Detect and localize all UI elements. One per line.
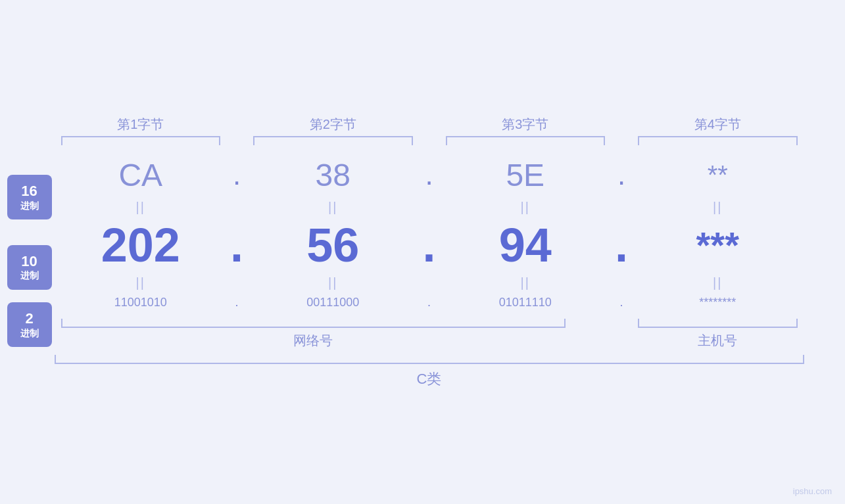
class-label: C类 [55,369,804,389]
bin-badge-number: 2 [25,310,33,327]
col-header-2: 第2字节 [247,116,420,133]
top-bracket-2 [253,136,413,145]
col-header-1: 第1字节 [55,116,228,133]
bin-val-2: 00111000 [247,290,420,315]
eq1-4: || [631,200,804,215]
bin-badge: 2 进制 [7,302,52,347]
dec-dot-1: . [227,218,247,272]
col-header-4: 第4字节 [631,116,804,133]
host-label: 主机号 [631,332,804,350]
eq2-2: || [247,275,420,290]
dec-val-1: 202 [55,215,228,275]
hex-badge: 16 进制 [7,175,52,219]
eq2-4: || [631,275,804,290]
network-label: 网络号 [55,332,573,350]
hex-badge-number: 16 [21,183,37,200]
dec-dot-3: . [612,218,631,272]
bin-dot-2: . [420,296,439,309]
dec-badge-number: 10 [21,253,37,270]
hex-val-4: ** [631,160,804,190]
hex-dot-2: . [420,158,439,191]
hex-val-1: CA [55,150,228,200]
top-bracket-3 [446,136,606,145]
hex-badge-label: 进制 [20,200,39,212]
bin-val-3: 01011110 [439,290,612,315]
top-bracket-1 [61,136,221,145]
bin-dot-1: . [227,296,247,309]
eq2-1: || [55,275,228,290]
hex-dot-1: . [227,158,247,191]
eq1-3: || [439,200,612,215]
eq2-3: || [439,275,612,290]
col-header-3: 第3字节 [439,116,612,133]
hex-dot-3: . [612,158,631,191]
eq1-2: || [247,200,420,215]
dec-val-3: 94 [439,215,612,275]
dec-dot-2: . [420,218,439,272]
bin-val-4: ******** [631,296,804,309]
main-container: 第1字节 第2字节 第3字节 第4字节 16 进制 [0,0,845,504]
dec-val-4: *** [631,223,804,266]
watermark: ipshu.com [793,486,832,496]
bin-val-1: 11001010 [55,290,228,315]
content-area: 第1字节 第2字节 第3字节 第4字节 16 进制 [48,116,811,389]
hex-val-3: 5E [439,150,612,200]
dec-badge: 10 进制 [7,245,52,290]
dec-val-2: 56 [247,215,420,275]
top-bracket-4 [638,136,798,145]
hex-val-2: 38 [247,150,420,200]
bin-badge-label: 进制 [20,328,39,339]
dec-badge-label: 进制 [20,270,39,281]
bin-dot-3: . [612,296,631,309]
eq1-1: || [55,200,228,215]
